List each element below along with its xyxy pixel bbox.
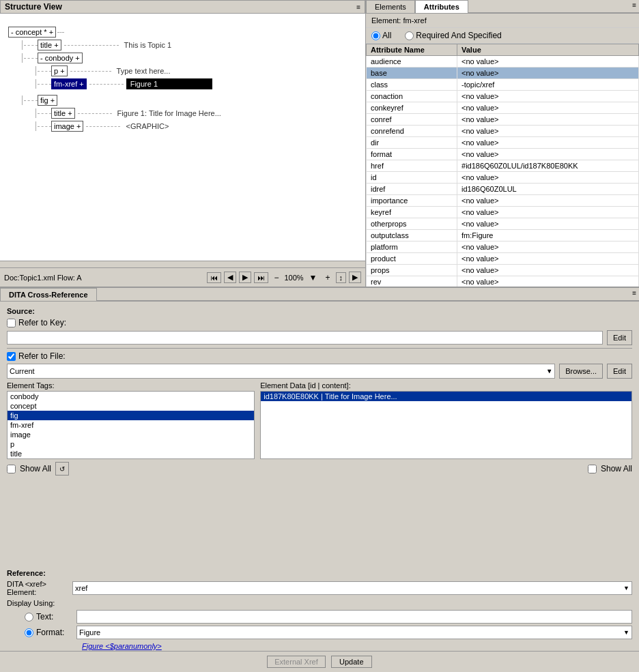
show-all-right-checkbox[interactable] (588, 465, 597, 473)
expand-btn[interactable]: ↕ (336, 272, 347, 283)
p-node-tag[interactable]: p + (51, 65, 68, 76)
table-row[interactable]: dir<no value> (367, 137, 639, 149)
text-radio-text: Text: (36, 612, 53, 622)
xref-element-row: DITA <xref> Element: xref ▼ (7, 580, 632, 596)
update-btn[interactable]: Update (331, 656, 372, 668)
tree-node-concept[interactable]: - concept * + (8, 27, 357, 38)
show-all-right-label: Show All (601, 464, 632, 473)
table-row[interactable]: product<no value> (367, 253, 639, 265)
show-all-left-checkbox[interactable] (7, 465, 16, 473)
list-item[interactable]: id187K80E80KK | Title for Image Here... (261, 392, 631, 401)
radio-required[interactable]: Required And Specified (405, 31, 501, 40)
nav-next-btn[interactable]: ▶ (239, 272, 251, 283)
list-item[interactable]: fig (8, 411, 254, 420)
nav-last-btn[interactable]: ⏭ (254, 272, 268, 283)
attr-value-cell: <no value> (457, 126, 639, 137)
refresh-btn[interactable]: ↺ (55, 462, 69, 476)
elem-tags-label: Element Tags: (7, 381, 255, 390)
title1-node-tag[interactable]: title + (38, 40, 61, 50)
table-row[interactable]: conrefend<no value> (367, 126, 639, 137)
list-item[interactable]: p (8, 439, 254, 449)
text-radio-input[interactable] (25, 613, 33, 622)
refer-key-checkbox[interactable] (7, 319, 16, 327)
element-data-list[interactable]: id187K80E80KK | Title for Image Here... (260, 391, 632, 459)
refer-file-row: Refer to File: (7, 351, 632, 361)
reference-label: Reference: (7, 569, 632, 577)
dita-panel-options-icon[interactable]: ≡ (629, 288, 639, 301)
table-row[interactable]: keyref<no value> (367, 207, 639, 218)
tree-node-p[interactable]: p + Type text here... (36, 65, 357, 76)
table-row[interactable]: otherprops<no value> (367, 218, 639, 230)
nav-prev-btn[interactable]: ◀ (224, 272, 236, 283)
tab-elements[interactable]: Elements (366, 0, 415, 13)
tree-node-fmxref[interactable]: fm-xref + Figure 1 (36, 78, 357, 89)
p-text: Type text here... (117, 67, 171, 75)
radio-all[interactable]: All (371, 31, 391, 40)
table-row[interactable]: id<no value> (367, 172, 639, 184)
list-item[interactable]: concept (8, 401, 254, 411)
radio-required-input[interactable] (405, 31, 414, 40)
browse-btn[interactable]: Browse... (559, 364, 603, 379)
concept-node-tag[interactable]: - concept * + (8, 27, 56, 38)
format-radio-input[interactable] (25, 628, 33, 637)
dita-content: Source: Refer to Key: Edit Refer to File… (0, 302, 639, 569)
attr-name-cell: idref (367, 184, 457, 195)
image-node-tag[interactable]: image + (51, 121, 83, 132)
table-row[interactable]: idrefid186Q60Z0LUL (367, 184, 639, 195)
table-row[interactable]: outputclassfm:Figure (367, 230, 639, 242)
element-tags-list[interactable]: conbodyconceptfigfm-xrefimageptitle (7, 391, 255, 459)
tree-node-image[interactable]: image + <GRAPHIC> (36, 121, 357, 132)
format-dropdown[interactable]: Figure (76, 626, 632, 639)
list-item[interactable]: title (8, 449, 254, 458)
scroll-right-btn[interactable]: ▶ (349, 272, 361, 283)
table-row[interactable]: conkeyref<no value> (367, 102, 639, 114)
tree-node-title1[interactable]: title + This is Topic 1 (22, 40, 357, 50)
source-label: Source: (7, 307, 632, 315)
radio-all-input[interactable] (371, 31, 380, 40)
collapse-icon[interactable]: ≡ (356, 3, 360, 11)
fmxref-text: Figure 1 (126, 78, 212, 89)
bottom-right: Show All (588, 464, 632, 473)
text-input-field[interactable] (76, 610, 632, 624)
list-item[interactable]: fm-xref (8, 420, 254, 430)
table-row[interactable]: importance<no value> (367, 195, 639, 207)
attr-value-cell: <no value> (457, 137, 639, 149)
elem-data-label: Element Data [id | content]: (260, 381, 632, 390)
table-row[interactable]: class-topic/xref (367, 79, 639, 91)
edit-file-btn[interactable]: Edit (607, 364, 632, 379)
tree-node-conbody[interactable]: - conbody + (22, 53, 357, 63)
refer-key-input[interactable] (7, 331, 603, 345)
table-row[interactable]: conref<no value> (367, 114, 639, 126)
table-row[interactable]: platform<no value> (367, 242, 639, 253)
table-row[interactable]: format<no value> (367, 149, 639, 160)
dita-tab-crossref[interactable]: DITA Cross-Reference (0, 288, 97, 301)
table-row[interactable]: rev<no value> (367, 276, 639, 288)
xref-dropdown[interactable]: xref (72, 581, 632, 595)
file-dropdown[interactable]: Current (7, 364, 555, 379)
edit-key-btn[interactable]: Edit (607, 330, 632, 345)
panel-options-icon[interactable]: ≡ (629, 0, 639, 13)
fmxref-node-tag[interactable]: fm-xref + (51, 78, 87, 89)
h-scrollbar[interactable] (0, 261, 365, 267)
refer-file-checkbox[interactable] (7, 352, 16, 361)
title2-node-tag[interactable]: title + (51, 108, 75, 119)
table-row[interactable]: audience<no value> (367, 56, 639, 68)
table-row[interactable]: href#id186Q60Z0LUL/id187K80E80KK (367, 160, 639, 172)
list-item[interactable]: conbody (8, 392, 254, 401)
table-row[interactable]: conaction<no value> (367, 91, 639, 102)
tree-node-fig[interactable]: fig + (22, 95, 357, 106)
table-row[interactable]: props<no value> (367, 265, 639, 276)
external-xref-btn[interactable]: External Xref (267, 656, 326, 668)
title1-text: This is Topic 1 (124, 41, 172, 49)
attr-value-cell: <no value> (457, 195, 639, 207)
list-item[interactable]: image (8, 430, 254, 439)
nav-first-btn[interactable]: ⏮ (207, 272, 221, 283)
doc-info: Doc:Topic1.xml Flow: A (4, 274, 82, 282)
tab-attributes[interactable]: Attributes (415, 0, 468, 13)
dita-footer: External Xref Update (0, 651, 639, 672)
attr-name-cell: base (367, 68, 457, 79)
fig-node-tag[interactable]: fig + (38, 95, 57, 106)
table-row[interactable]: base<no value> (367, 68, 639, 79)
conbody-node-tag[interactable]: - conbody + (38, 53, 83, 63)
tree-node-title2[interactable]: title + Figure 1: Title for Image Here..… (36, 108, 357, 119)
